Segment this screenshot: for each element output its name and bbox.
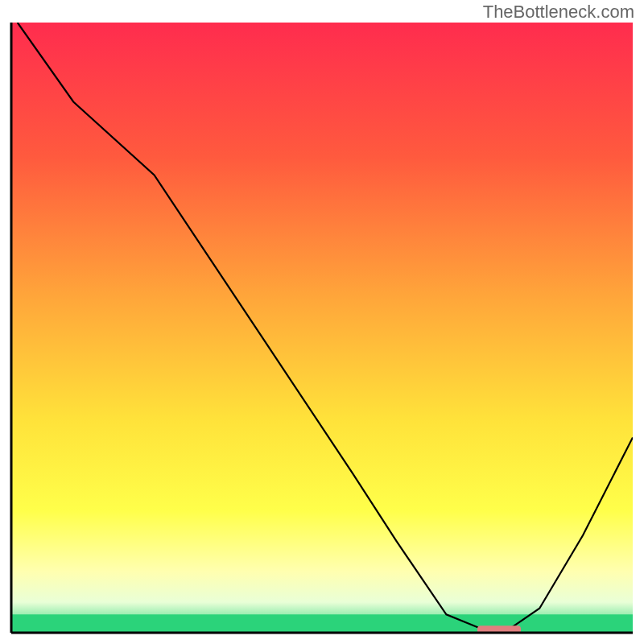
bottleneck-chart: TheBottleneck.com [0, 0, 644, 644]
chart-svg [0, 0, 644, 644]
gradient-background [11, 23, 633, 633]
watermark-text: TheBottleneck.com [483, 2, 634, 23]
green-band [11, 614, 633, 633]
